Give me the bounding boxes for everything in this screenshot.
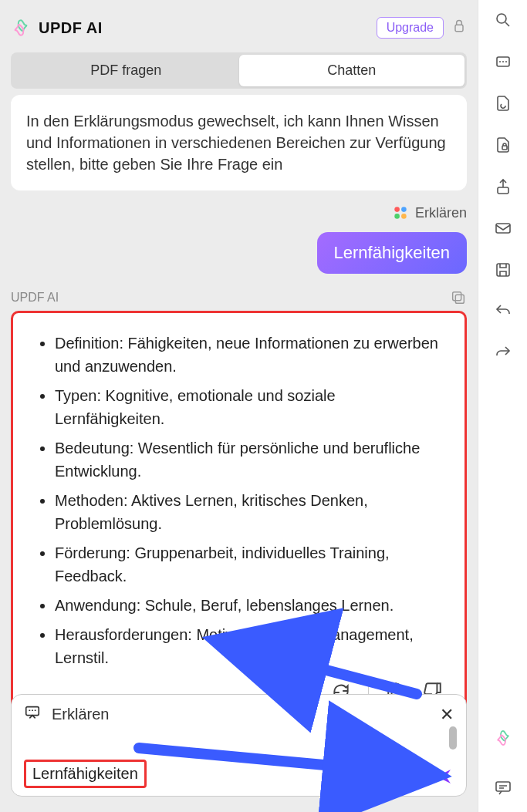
- tab-chatten[interactable]: Chatten: [239, 55, 465, 86]
- answer-item: Typen: Kognitive, emotionale und soziale…: [55, 384, 443, 430]
- answer-item: Anwendung: Schule, Beruf, lebenslanges L…: [55, 594, 443, 617]
- input-panel: Erklären ✕ Lernfähigkeiten: [11, 694, 467, 797]
- svg-rect-6: [453, 292, 461, 301]
- svg-rect-12: [496, 224, 510, 233]
- mode-dots-icon: [392, 204, 409, 221]
- redo-icon[interactable]: [492, 342, 514, 364]
- input-mode-icon: [24, 704, 41, 725]
- mode-indicator: Erklären: [11, 204, 467, 221]
- tab-pdf-fragen[interactable]: PDF fragen: [13, 55, 239, 86]
- copy-icon[interactable]: [450, 289, 467, 306]
- input-scroll-thumb[interactable]: [449, 726, 457, 750]
- user-message-bubble: Lernfähigkeiten: [317, 232, 467, 274]
- svg-point-1: [394, 207, 400, 212]
- answer-item: Herausforderungen: Motivation, Stressman…: [55, 623, 443, 669]
- answer-item: Definition: Fähigkeiten, neue Informatio…: [55, 332, 443, 378]
- undo-icon[interactable]: [492, 301, 514, 322]
- svg-point-2: [401, 207, 407, 212]
- app-title: UPDF AI: [39, 19, 103, 37]
- answer-item: Methoden: Aktives Lernen, kritisches Den…: [55, 489, 443, 535]
- svg-rect-10: [502, 146, 507, 150]
- svg-point-8: [497, 14, 506, 23]
- system-message: In den Erklärungsmodus gewechselt, ich k…: [11, 95, 467, 190]
- svg-rect-5: [455, 295, 464, 303]
- answer-item: Bedeutung: Wesentlich für persönliche un…: [55, 436, 443, 483]
- svg-rect-13: [497, 264, 509, 276]
- page-lock-icon[interactable]: [492, 134, 514, 156]
- right-sidebar: [478, 0, 527, 812]
- answer-item: Förderung: Gruppenarbeit, individuelles …: [55, 541, 443, 588]
- svg-rect-14: [496, 782, 510, 791]
- mail-icon[interactable]: [492, 217, 514, 239]
- updf-sidebar-logo-icon[interactable]: [492, 727, 514, 749]
- page-sync-icon[interactable]: [492, 93, 514, 114]
- svg-rect-11: [498, 187, 508, 194]
- comments-icon[interactable]: [492, 777, 514, 798]
- svg-point-3: [394, 214, 400, 219]
- svg-rect-7: [26, 707, 39, 716]
- save-icon[interactable]: [492, 259, 514, 281]
- app-header: UPDF AI Upgrade: [0, 0, 478, 46]
- updf-logo-icon: [11, 18, 31, 38]
- mode-label: Erklären: [415, 205, 467, 221]
- close-input-mode-icon[interactable]: ✕: [440, 705, 454, 725]
- svg-point-4: [401, 214, 407, 219]
- ai-answer-box: Definition: Fähigkeiten, neue Informatio…: [11, 311, 467, 724]
- ai-label: UPDF AI: [11, 291, 59, 305]
- input-mode-label: Erklären: [52, 706, 109, 723]
- chat-input[interactable]: Lernfähigkeiten: [24, 760, 147, 788]
- send-button[interactable]: [434, 767, 454, 787]
- share-icon[interactable]: [492, 176, 514, 197]
- mode-tabs: PDF fragen Chatten: [11, 52, 467, 89]
- answer-list: Definition: Fähigkeiten, neue Informatio…: [35, 332, 443, 669]
- ocr-icon[interactable]: [492, 51, 514, 72]
- upgrade-button[interactable]: Upgrade: [377, 17, 444, 39]
- svg-rect-0: [455, 25, 463, 31]
- search-icon[interactable]: [492, 9, 514, 31]
- lock-icon[interactable]: [451, 19, 467, 37]
